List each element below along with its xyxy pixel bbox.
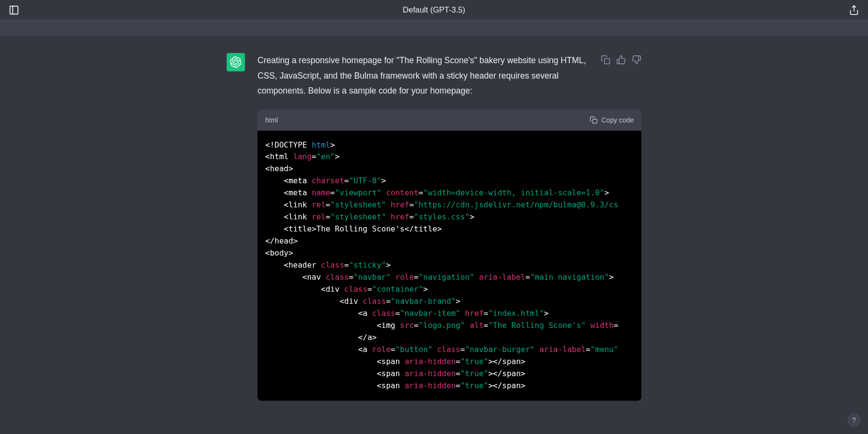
copy-code-button[interactable]: Copy code [590,116,634,124]
code-content: <!DOCTYPE html> <html lang="en"> <head> … [258,131,641,401]
copy-code-label: Copy code [601,116,634,124]
message-body: Creating a responsive homepage for "The … [258,53,641,401]
chat-content: Creating a responsive homepage for "The … [0,36,868,401]
svg-rect-4 [593,119,597,123]
copy-icon[interactable] [601,55,610,65]
thumbs-up-icon[interactable] [616,55,626,65]
thumbs-down-icon[interactable] [632,55,641,65]
message-actions [601,55,641,65]
sidebar-toggle-icon[interactable] [9,5,19,15]
message-text: Creating a responsive homepage for "The … [258,53,593,99]
code-header: html Copy code [258,109,641,131]
svg-rect-3 [605,59,610,64]
code-block: html Copy code <!DOCTYPE html> <html lan… [258,109,641,401]
app-header: Default (GPT-3.5) [0,0,868,20]
assistant-message: Creating a responsive homepage for "The … [227,53,641,401]
help-button[interactable]: ? [848,414,860,426]
subheader [0,20,868,36]
assistant-avatar-icon [227,53,245,71]
svg-rect-0 [10,6,18,14]
code-lang: html [265,116,278,124]
share-icon[interactable] [849,5,859,15]
model-title: Default (GPT-3.5) [403,5,465,14]
